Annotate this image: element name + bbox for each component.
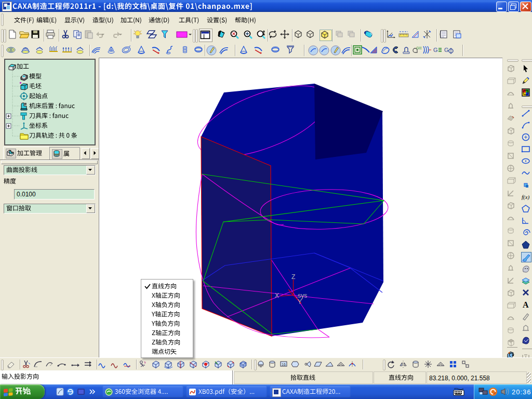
svg-text:A: A bbox=[523, 300, 529, 309]
svg-text:G: G bbox=[433, 47, 438, 53]
svg-text:Z: Z bbox=[291, 273, 295, 281]
svg-text:16: 16 bbox=[282, 363, 286, 366]
svg-text:f(x): f(x) bbox=[522, 194, 530, 201]
svg-text:X: X bbox=[275, 292, 279, 299]
svg-text:Y: Y bbox=[298, 298, 302, 305]
svg-text:G: G bbox=[444, 47, 449, 53]
svg-text:G01: G01 bbox=[416, 46, 422, 50]
